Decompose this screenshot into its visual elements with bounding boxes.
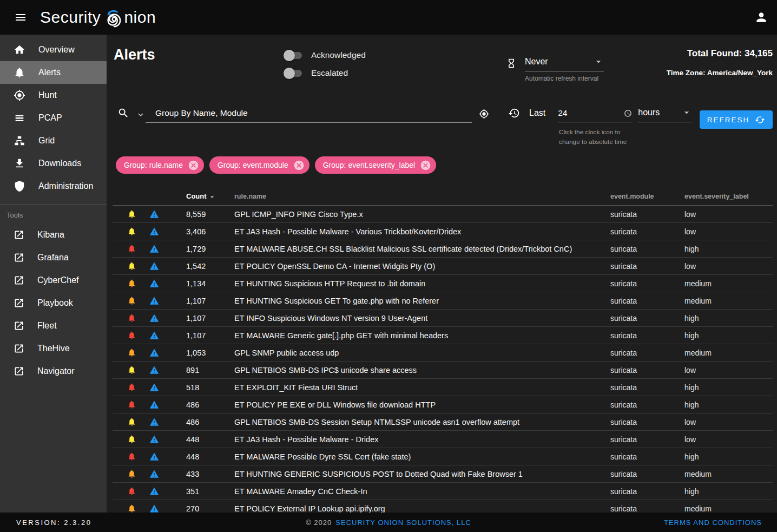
sidebar-item-grid[interactable]: Grid xyxy=(0,129,107,152)
table-row[interactable]: 1,107 ET MALWARE Generic gate[.].php GET… xyxy=(113,327,773,344)
table-row[interactable]: 448 ET JA3 Hash - Possible Malware - Dri… xyxy=(113,431,773,448)
severity-bell-icon[interactable] xyxy=(127,400,136,409)
copyright-link[interactable]: SECURITY ONION SOLUTIONS, LLC xyxy=(335,518,471,527)
terms-link[interactable]: TERMS AND CONDITIONS xyxy=(664,518,762,527)
severity-bell-icon[interactable] xyxy=(127,365,136,375)
severity-bell-icon[interactable] xyxy=(127,469,136,478)
column-severity-label[interactable]: event.severity_label xyxy=(684,193,773,200)
sidebar-item-administration[interactable]: Administration xyxy=(0,175,107,198)
toggle-acknowledged[interactable]: Acknowledged xyxy=(284,49,366,62)
alert-info-icon[interactable] xyxy=(149,417,159,427)
alert-info-icon[interactable] xyxy=(149,383,159,392)
sidebar-item-cyberchef[interactable]: CyberChef xyxy=(0,269,107,292)
alert-info-icon[interactable] xyxy=(149,452,159,462)
external-link-icon xyxy=(14,229,24,240)
refresh-icon xyxy=(755,115,765,125)
table-row[interactable]: 448 ET MALWARE Possible Dyre SSL Cert (f… xyxy=(113,448,773,465)
alert-info-icon[interactable] xyxy=(149,348,159,358)
sidebar-item-kibana[interactable]: Kibana xyxy=(0,224,107,246)
search-icon[interactable] xyxy=(117,107,129,119)
table-row[interactable]: 486 GPL NETBIOS SMB-DS Session Setup NTM… xyxy=(113,413,773,431)
alert-info-icon[interactable] xyxy=(149,487,159,496)
column-rule-name[interactable]: rule.name xyxy=(234,193,610,200)
table-row[interactable]: 1,107 ET INFO Suspicious Windows NT vers… xyxy=(113,310,773,327)
alert-info-icon[interactable] xyxy=(149,209,159,219)
time-unit-select[interactable]: hours xyxy=(638,107,692,122)
table-row[interactable]: 1,134 ET HUNTING Suspicious HTTP Request… xyxy=(113,275,773,292)
chip-close-icon[interactable] xyxy=(293,160,305,171)
sidebar-item-navigator[interactable]: Navigator xyxy=(0,360,107,383)
severity-bell-icon[interactable] xyxy=(127,209,136,219)
table-row[interactable]: 1,053 GPL SNMP public access udp suricat… xyxy=(113,344,773,362)
sidebar-item-playbook[interactable]: Playbook xyxy=(0,292,107,314)
chip-close-icon[interactable] xyxy=(188,160,199,171)
sidebar-item-alerts[interactable]: Alerts xyxy=(0,61,107,84)
sidebar-item-grafana[interactable]: Grafana xyxy=(0,246,107,269)
chip-close-icon[interactable] xyxy=(420,160,431,171)
alert-info-icon[interactable] xyxy=(149,400,159,410)
sidebar-item-overview[interactable]: Overview xyxy=(0,38,107,61)
alert-info-icon[interactable] xyxy=(149,331,159,340)
table-row[interactable]: 351 ET MALWARE Amadey CnC Check-In suric… xyxy=(113,483,773,500)
severity-bell-icon[interactable] xyxy=(127,435,136,444)
severity-bell-icon[interactable] xyxy=(127,504,136,513)
refresh-button[interactable]: REFRESH xyxy=(700,110,773,129)
alert-info-icon[interactable] xyxy=(149,279,159,288)
severity-bell-icon[interactable] xyxy=(127,313,136,323)
clock-icon[interactable] xyxy=(624,109,632,117)
alert-info-icon[interactable] xyxy=(149,469,159,479)
group-filter-chip[interactable]: Group: event.module xyxy=(209,156,310,174)
severity-bell-icon[interactable] xyxy=(127,348,136,357)
account-icon[interactable] xyxy=(754,10,768,24)
toggle-escalated[interactable]: Escalated xyxy=(284,67,366,80)
severity-bell-icon[interactable] xyxy=(127,331,136,340)
sidebar-item-downloads[interactable]: Downloads xyxy=(0,152,107,175)
alert-info-icon[interactable] xyxy=(149,244,159,254)
table-row[interactable]: 8,559 GPL ICMP_INFO PING Cisco Type.x su… xyxy=(113,206,773,223)
alert-info-icon[interactable] xyxy=(149,296,159,306)
table-row[interactable]: 891 GPL NETBIOS SMB-DS IPC$ unicode shar… xyxy=(113,362,773,379)
table-row[interactable]: 433 ET HUNTING GENERIC SUSPICIOUS POST t… xyxy=(113,465,773,483)
table-row[interactable]: 3,406 ET JA3 Hash - Possible Malware - V… xyxy=(113,223,773,240)
alert-info-icon[interactable] xyxy=(149,365,159,375)
table-row[interactable]: 518 ET EXPLOIT_KIT Fiesta URI Struct sur… xyxy=(113,379,773,396)
severity-bell-icon[interactable] xyxy=(127,244,136,253)
sidebar-item-thehive[interactable]: TheHive xyxy=(0,337,107,360)
search-input[interactable] xyxy=(155,108,472,118)
severity-bell-icon[interactable] xyxy=(127,279,136,288)
severity-bell-icon[interactable] xyxy=(127,227,136,236)
history-icon[interactable] xyxy=(508,107,520,119)
sidebar-item-pcap[interactable]: PCAP xyxy=(0,107,107,129)
rule-name-cell: ET HUNTING Suspicious GET To gate.php wi… xyxy=(234,297,610,305)
column-event-module[interactable]: event.module xyxy=(610,193,684,200)
duration-input[interactable] xyxy=(558,108,607,118)
table-row[interactable]: 1,542 ET POLICY OpenSSL Demo CA - Intern… xyxy=(113,258,773,275)
toggle-switch[interactable] xyxy=(284,70,302,77)
severity-bell-icon[interactable] xyxy=(127,417,136,426)
toggle-switch[interactable] xyxy=(284,52,302,59)
alert-info-icon[interactable] xyxy=(149,261,159,271)
column-count[interactable]: Count xyxy=(186,191,234,201)
quick-filter-target-icon[interactable] xyxy=(479,109,489,119)
sidebar-item-fleet[interactable]: Fleet xyxy=(0,314,107,337)
alert-info-icon[interactable] xyxy=(149,227,159,237)
refresh-interval-select[interactable]: Never xyxy=(525,56,604,71)
hamburger-menu-icon[interactable] xyxy=(9,5,32,29)
alert-info-icon[interactable] xyxy=(149,504,159,513)
severity-bell-icon[interactable] xyxy=(127,296,136,305)
alert-info-icon[interactable] xyxy=(149,313,159,323)
search-options-chevron-icon[interactable] xyxy=(136,110,146,120)
group-filter-chip[interactable]: Group: event.severity_label xyxy=(315,156,436,174)
table-row[interactable]: 486 ET POLICY PE EXE or DLL Windows file… xyxy=(113,396,773,413)
severity-bell-icon[interactable] xyxy=(127,261,136,271)
severity-bell-icon[interactable] xyxy=(127,487,136,496)
group-filter-chip[interactable]: Group: rule.name xyxy=(116,156,204,174)
alert-info-icon[interactable] xyxy=(149,435,159,444)
table-row[interactable]: 1,729 ET MALWARE ABUSE.CH SSL Blacklist … xyxy=(113,240,773,258)
sidebar-item-hunt[interactable]: Hunt xyxy=(0,84,107,107)
rule-name-cell: ET MALWARE Generic gate[.].php GET with … xyxy=(234,331,610,340)
table-row[interactable]: 270 ET POLICY External IP Lookup api.ipi… xyxy=(113,500,773,513)
severity-bell-icon[interactable] xyxy=(127,452,136,461)
table-row[interactable]: 1,107 ET HUNTING Suspicious GET To gate.… xyxy=(113,292,773,310)
severity-bell-icon[interactable] xyxy=(127,383,136,392)
